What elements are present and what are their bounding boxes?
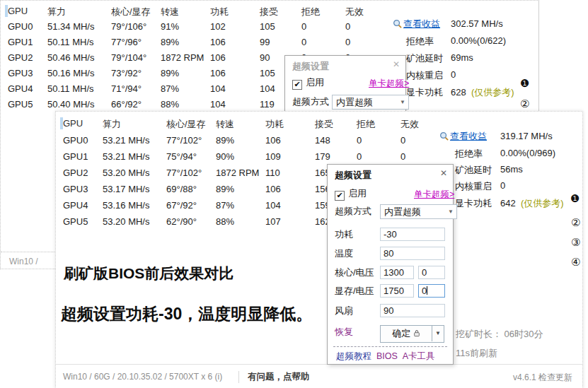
help-link[interactable]: 有问题，点帮助 [238,371,310,383]
gpu-id: GPU3 [63,181,103,197]
gpu-power: 106 [210,66,260,81]
gpu-hashrate: 53.21 MH/s [103,132,166,148]
core-voltage-input[interactable]: 0 [418,266,445,279]
view-earnings-link[interactable]: 查看收益 [450,131,487,141]
enable-checkbox[interactable]: ✔ [292,80,302,90]
fan-speed-label: 风扇 [335,304,380,318]
gpu-hashrate: 51.34 MH/s [47,19,111,35]
oc-settings-dialog: 超频设置 ✕ ✔启用 单卡超频> 超频方式内置超频▼ 功耗-30 温度80 核心… [327,164,454,365]
gpu-fan: 1872 RPM [161,50,210,66]
col-gpu: GPU [63,118,103,131]
gpu-power-value: 642 (仅供参考) [500,197,564,210]
col-power: 功耗 [210,6,260,18]
gpu-hashrate: 53.20 MH/s [103,213,166,230]
confirm-split-button: 确定 ▼ [380,325,444,343]
gpu-temps: 77°/102° [166,132,216,148]
check-update-link[interactable]: 检查更新 [538,372,572,382]
gpu-rejected: 0 [301,35,345,50]
total-hashrate: 302.57 MH/s [451,18,503,29]
badge-2[interactable]: ② [520,98,529,110]
gpu-fan: 89% [216,132,265,148]
power-limit-input[interactable]: -30 [380,228,445,241]
gpu-rejected: 0 [357,132,400,148]
gpu-hashrate: 53.20 MH/s [103,165,166,181]
reject-rate-label: 拒绝率 [406,35,434,48]
single-card-oc-link[interactable]: 单卡超频> [414,187,454,201]
gpu-fan: 1872 RPM [216,165,265,181]
gpu-power: 106 [265,132,315,148]
restore-link[interactable]: 恢复 [335,325,380,339]
gpu-accepted: 105 [260,19,301,35]
gpu-invalid: 0 [345,19,388,35]
gpu-temps: 77°/96° [111,35,161,50]
gpu-power: 106 [265,181,315,197]
gpu-temps: 67°/92° [166,197,216,213]
close-icon[interactable]: ✕ [440,168,447,178]
bios-link[interactable]: BIOS [376,351,398,361]
badge-1[interactable]: ❶ [520,77,529,90]
col-invalid: 无效 [400,118,443,131]
gpu-fan: 91% [161,19,210,35]
table-row[interactable]: GPU1 53.21 MH/s 75°/94° 90% 109 179 0 0 [63,148,443,165]
gpu-id: GPU0 [8,19,47,35]
mem-clock-input[interactable]: 1750 [380,284,414,298]
gpu-hashrate: 53.16 MH/s [103,197,166,213]
gpu-fan: 89% [216,181,265,197]
gpu-temps: 71°/94° [111,81,161,97]
gpu-temps: 77°/102° [166,165,216,181]
gpu-hashrate: 50.40 MH/s [47,97,111,112]
confirm-dropdown-arrow[interactable]: ▼ [432,326,444,341]
gpu-power-value: 628 (仅供参考) [451,86,514,99]
table-row[interactable]: GPU1 50.11 MH/s 77°/96° 89% 106 99 0 0 [8,35,388,50]
dialog-title: 超频设置 [335,169,371,182]
view-earnings-link[interactable]: 查看收益 [403,18,440,29]
oc-mode-select[interactable]: 内置超频▼ [332,95,409,110]
temp-limit-input[interactable]: 80 [380,247,445,260]
oc-tutorial-link[interactable]: 超频教程 [336,351,371,361]
badge-3[interactable]: ③ [571,236,580,249]
gpu-id: GPU5 [8,97,47,112]
gpu-id: GPU1 [63,148,103,165]
chevron-down-icon: ▼ [448,205,454,218]
core-clock-input[interactable]: 1300 [380,266,414,279]
gpu-accepted: 148 [315,132,357,148]
annotation-line2: 超频设置功耗-30，温度明显降低。 [61,303,312,325]
table-row[interactable]: GPU0 51.34 MH/s 79°/106° 91% 102 105 0 0 [8,19,388,35]
a-card-tool-link[interactable]: A卡工具 [403,351,435,361]
gpu-invalid: 0 [400,132,443,148]
oc-mode-select[interactable]: 内置超频▼ [380,204,457,219]
separator [333,346,447,347]
confirm-button[interactable]: 确定 [381,326,432,341]
gpu-fan: 89% [161,66,210,81]
gpu-power-label: 显卡功耗 [406,86,443,99]
miner-window-after: GPU 算力 核心/显存 转速 功耗 接受 拒绝 无效 GPU0 53.21 M… [55,111,583,388]
badge-1[interactable]: ❶ [570,192,580,205]
table-header: GPU 算力 核心/显存 转速 功耗 接受 拒绝 无效 [63,118,443,131]
col-rejected: 拒绝 [357,118,400,131]
fan-speed-input[interactable]: 90 [380,304,445,317]
gpu-id: GPU3 [8,66,47,81]
gpu-id: GPU4 [8,81,47,97]
badge-2[interactable]: ② [571,216,580,229]
enable-checkbox[interactable]: ✔ [335,191,345,201]
single-card-oc-link[interactable]: 单卡超频> [369,76,409,90]
mem-voltage-input[interactable]: 0 [418,284,445,298]
screen: GPU 算力 核心/显存 转速 功耗 接受 拒绝 无效 GPU0 51.34 M… [0,0,588,388]
oc-mode-label: 超频方式 [335,204,380,218]
kernel-restart-label: 内核重启 [455,180,492,193]
badge-4[interactable]: ④ [571,256,580,269]
col-invalid: 无效 [345,6,388,18]
power-limit-label: 功耗 [335,228,380,242]
core-voltage-label: 核心/电压 [335,266,380,280]
gpu-fan: 88% [161,97,210,112]
col-fan: 转速 [161,6,210,18]
gpu-id: GPU5 [63,213,103,230]
gpu-rejected: 0 [301,19,345,35]
pool-latency-value: 69ms [451,52,473,63]
table-row[interactable]: GPU0 53.21 MH/s 77°/102° 89% 106 148 0 0 [63,132,443,148]
col-rejected: 拒绝 [301,6,345,18]
close-icon[interactable]: ✕ [393,59,400,69]
pool-latency-label: 矿池延时 [406,52,443,65]
gpu-hashrate: 50.16 MH/s [47,66,111,81]
gpu-hashrate: 53.21 MH/s [103,148,166,165]
